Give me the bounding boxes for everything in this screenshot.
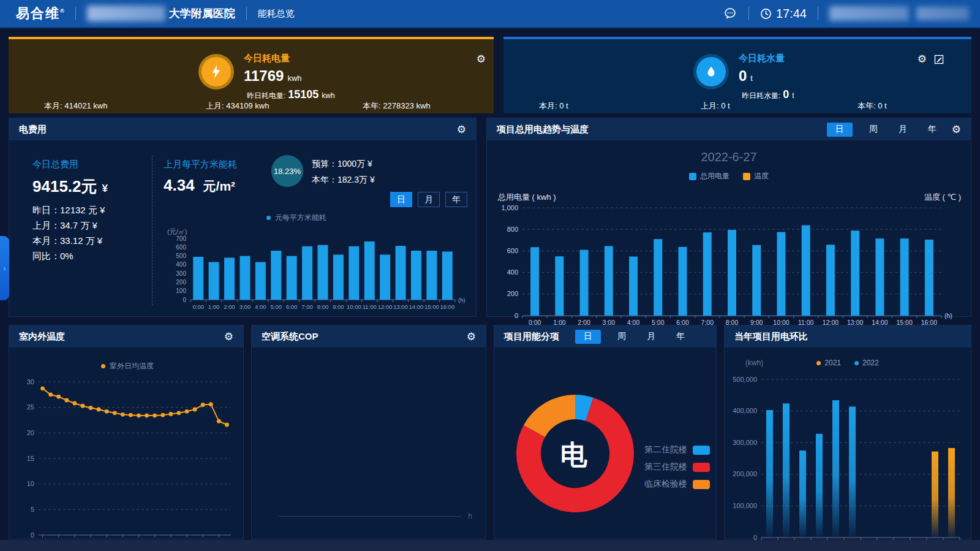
svg-text:15:00: 15:00 [424,303,439,310]
panel-title: 电费用 [19,124,47,135]
svg-text:15: 15 [27,455,34,462]
legend-swatch [693,480,710,489]
tab-week[interactable]: 周 [613,330,630,344]
divider [75,7,76,20]
temperature-legend[interactable]: 室外日均温度 [101,361,154,371]
top-navbar: 易合维® 大学附属医院 能耗总览 17:44 [0,0,980,28]
right-axis-label: 温度 ( ℃ ) [924,192,961,203]
gear-icon[interactable]: ⚙ [224,332,233,342]
temperature-panel: 室内外温度 ⚙ 室外日均温度 0510152025301719212313579… [9,325,244,539]
gear-icon[interactable]: ⚙ [952,124,961,135]
divider [818,7,818,20]
legend-temperature[interactable]: 温度 [743,171,769,181]
side-drawer-handle[interactable]: › [0,236,9,300]
tab-month[interactable]: 月 [894,123,911,137]
sqm-label: 上月每平方米能耗 [164,159,237,170]
edit-icon[interactable] [934,55,944,64]
legend-swatch [689,173,696,180]
water-card-title: 今日耗水量 [739,53,794,64]
tab-year[interactable]: 年 [672,330,689,344]
svg-text:3:00: 3:00 [239,303,251,310]
today-cost-label: 今日总费用 [32,159,78,170]
panel-title: 当年项目用电环比 [734,331,808,343]
registered-mark: ® [60,8,64,14]
tab-week[interactable]: 周 [865,123,882,137]
cost-chart-legend[interactable]: 元每平方米能耗 [266,213,326,223]
tab-day[interactable]: 日 [575,330,601,344]
cost-row-lastmonth: 上月：34.7 万 ¥ [32,220,97,232]
svg-text:400: 400 [507,268,518,276]
svg-text:0:00: 0:00 [192,303,204,310]
electricity-icon [198,54,234,89]
legend-building3[interactable]: 第三住院楼 [639,462,710,473]
electric-summary-card: 今日耗电量 11769kwh 昨日耗电量: 15105kwh 本月: 41402… [9,37,494,113]
electric-lastmonth-stat: 上月: 434109 kwh [206,101,269,112]
gear-icon[interactable]: ⚙ [477,54,486,64]
chart-date-title: 2022-6-27 [487,150,971,164]
bottom-strip [0,540,980,551]
water-summary-card: 今日耗水量 0t 昨日耗水量: 0t 本月: 0 t 上月: 0 t 本年: 0… [503,37,971,113]
empty-chart-axis [279,516,461,517]
svg-text:100: 100 [176,287,186,294]
tab-month[interactable]: 月 [418,192,440,207]
gear-icon[interactable]: ⚙ [918,54,927,64]
panel-title: 空调系统COP [262,331,318,343]
message-icon[interactable] [723,6,737,21]
tab-year[interactable]: 年 [924,123,941,137]
redacted-user-info[interactable] [916,7,969,20]
svg-text:13:00: 13:00 [393,303,408,310]
svg-text:14:00: 14:00 [409,303,424,310]
tab-year[interactable]: 年 [445,192,467,207]
svg-text:8:00: 8:00 [317,303,329,310]
svg-text:300: 300 [176,270,186,277]
svg-text:500: 500 [176,253,186,259]
trend-legend: 总用电量 温度 [487,171,971,181]
cost-bar-chart: 01002003004005006007000:001:002:003:004:… [162,234,472,316]
svg-text:(h): (h) [458,297,466,303]
panel-title: 室内外温度 [19,331,65,343]
donut-center-label: 电 [560,437,587,473]
svg-text:600: 600 [507,247,518,254]
nav-menu-energy-overview[interactable]: 能耗总览 [258,8,295,20]
svg-text:600: 600 [176,244,186,251]
divider [748,7,749,20]
tab-day[interactable]: 日 [827,123,853,137]
electric-year-stat: 本年: 2278323 kwh [363,101,431,112]
legend-dot [854,361,859,365]
panel-title: 项目用能分项 [504,331,559,343]
budget-percent-badge: 18.23% [271,155,303,187]
energy-breakdown-panel: 项目用能分项 日 周 月 年 电 第二住院楼 第三住院楼 临床检验楼 [494,325,717,539]
yoy-bar-chart: 0100,000200,000300,000400,000500,0001234… [727,372,970,551]
legend-swatch [693,446,710,455]
tab-month[interactable]: 月 [643,330,660,344]
svg-text:500,000: 500,000 [733,376,757,383]
temperature-line-chart: 0510152025301719212313579111315 [13,376,241,551]
legend-2022[interactable]: 2022 [854,359,879,367]
legend-building2[interactable]: 第二住院楼 [639,444,710,455]
tab-day[interactable]: 日 [390,192,412,207]
brand-logo: 易合维® [16,4,64,23]
left-axis-label: 总用电量 ( kwh ) [498,192,556,203]
electric-cost-panel: 电费用 ⚙ 今日总费用 9415.2元¥ 昨日：12132 元 ¥ 上月：34.… [9,118,477,317]
svg-text:9:00: 9:00 [333,303,344,310]
water-lastmonth-stat: 上月: 0 t [701,101,730,112]
legend-clinical-lab[interactable]: 临床检验楼 [639,479,710,490]
cost-row-month: 本月：33.12 万 ¥ [32,235,102,247]
water-today-value: 0t [739,67,794,85]
legend-total-power[interactable]: 总用电量 [689,171,729,181]
cost-period-tabs: 日 月 年 [390,192,467,207]
legend-dot [101,364,105,368]
svg-text:4:00: 4:00 [255,303,266,310]
gear-icon[interactable]: ⚙ [467,332,476,342]
gear-icon[interactable]: ⚙ [457,124,466,135]
svg-text:5: 5 [31,506,34,513]
legend-2021[interactable]: 2021 [816,359,841,367]
electric-today-value: 11769kwh [244,67,335,85]
electric-card-title: 今日耗电量 [244,53,335,64]
panel-title: 项目总用电趋势与温度 [497,124,589,135]
legend-swatch [743,173,750,180]
svg-text:1,000: 1,000 [501,204,518,211]
svg-text:200: 200 [507,290,518,297]
redacted-user-info[interactable] [829,6,909,21]
trend-bar-chart: 02004006008001,0000:001:002:003:004:005:… [491,204,968,334]
